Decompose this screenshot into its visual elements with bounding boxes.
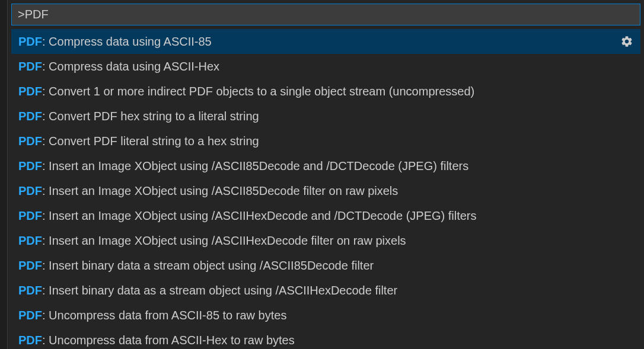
command-description: : Insert binary data a stream object usi… xyxy=(42,257,374,274)
command-description: : Insert binary data as a stream object … xyxy=(42,281,397,299)
command-item[interactable]: PDF: Uncompress data from ASCII-85 to ra… xyxy=(11,303,640,328)
command-label: PDF: Insert an Image XObject using /ASCI… xyxy=(18,232,406,249)
command-description: : Compress data using ASCII-Hex xyxy=(42,57,219,75)
command-label: PDF: Insert an Image XObject using /ASCI… xyxy=(18,157,468,175)
editor-gutter xyxy=(0,0,7,349)
command-description: : Insert an Image XObject using /ASCIIHe… xyxy=(42,232,406,249)
command-prefix: PDF xyxy=(18,257,42,274)
command-item[interactable]: PDF: Insert binary data as a stream obje… xyxy=(11,278,640,303)
command-prefix: PDF xyxy=(18,232,42,249)
results-list: PDF: Compress data using ASCII-85PDF: Co… xyxy=(8,29,644,349)
command-prefix: PDF xyxy=(18,107,42,125)
command-label: PDF: Uncompress data from ASCII-Hex to r… xyxy=(18,331,295,349)
command-description: : Convert PDF hex string to a literal st… xyxy=(42,107,259,125)
command-prefix: PDF xyxy=(18,207,42,225)
input-container xyxy=(8,0,644,29)
command-prefix: PDF xyxy=(18,281,42,299)
command-item[interactable]: PDF: Insert binary data a stream object … xyxy=(11,253,640,278)
command-description: : Insert an Image XObject using /ASCIIHe… xyxy=(42,207,477,225)
command-label: PDF: Convert 1 or more indirect PDF obje… xyxy=(18,82,474,100)
command-item[interactable]: PDF: Insert an Image XObject using /ASCI… xyxy=(11,203,640,228)
command-prefix: PDF xyxy=(18,57,42,75)
command-description: : Uncompress data from ASCII-Hex to raw … xyxy=(42,331,295,349)
command-item[interactable]: PDF: Compress data using ASCII-Hex xyxy=(11,54,640,79)
command-item[interactable]: PDF: Convert PDF hex string to a literal… xyxy=(11,104,640,129)
command-description: : Insert an Image XObject using /ASCII85… xyxy=(42,157,468,175)
gear-icon[interactable] xyxy=(620,35,633,48)
command-item[interactable]: PDF: Compress data using ASCII-85 xyxy=(11,29,640,54)
command-label: PDF: Convert PDF hex string to a literal… xyxy=(18,107,259,125)
command-description: : Convert PDF literal string to a hex st… xyxy=(42,132,259,150)
command-input[interactable] xyxy=(11,4,640,25)
command-label: PDF: Insert binary data as a stream obje… xyxy=(18,281,397,299)
command-item[interactable]: PDF: Insert an Image XObject using /ASCI… xyxy=(11,228,640,253)
command-item[interactable]: PDF: Insert an Image XObject using /ASCI… xyxy=(11,178,640,203)
command-prefix: PDF xyxy=(18,132,42,150)
command-prefix: PDF xyxy=(18,33,42,50)
command-label: PDF: Convert PDF literal string to a hex… xyxy=(18,132,259,150)
command-description: : Uncompress data from ASCII-85 to raw b… xyxy=(42,306,286,324)
command-palette: PDF: Compress data using ASCII-85PDF: Co… xyxy=(7,0,644,349)
command-description: : Convert 1 or more indirect PDF objects… xyxy=(42,82,474,100)
command-label: PDF: Uncompress data from ASCII-85 to ra… xyxy=(18,306,286,324)
command-prefix: PDF xyxy=(18,82,42,100)
command-description: : Compress data using ASCII-85 xyxy=(42,33,212,50)
command-item[interactable]: PDF: Insert an Image XObject using /ASCI… xyxy=(11,153,640,178)
command-prefix: PDF xyxy=(18,182,42,200)
command-item[interactable]: PDF: Convert 1 or more indirect PDF obje… xyxy=(11,79,640,104)
command-label: PDF: Insert an Image XObject using /ASCI… xyxy=(18,207,477,225)
command-label: PDF: Compress data using ASCII-85 xyxy=(18,33,212,50)
command-item[interactable]: PDF: Uncompress data from ASCII-Hex to r… xyxy=(11,328,640,349)
command-description: : Insert an Image XObject using /ASCII85… xyxy=(42,182,398,200)
command-prefix: PDF xyxy=(18,157,42,175)
command-item[interactable]: PDF: Convert PDF literal string to a hex… xyxy=(11,129,640,153)
command-prefix: PDF xyxy=(18,306,42,324)
command-label: PDF: Insert binary data a stream object … xyxy=(18,257,374,274)
command-prefix: PDF xyxy=(18,331,42,349)
command-label: PDF: Compress data using ASCII-Hex xyxy=(18,57,219,75)
command-label: PDF: Insert an Image XObject using /ASCI… xyxy=(18,182,398,200)
